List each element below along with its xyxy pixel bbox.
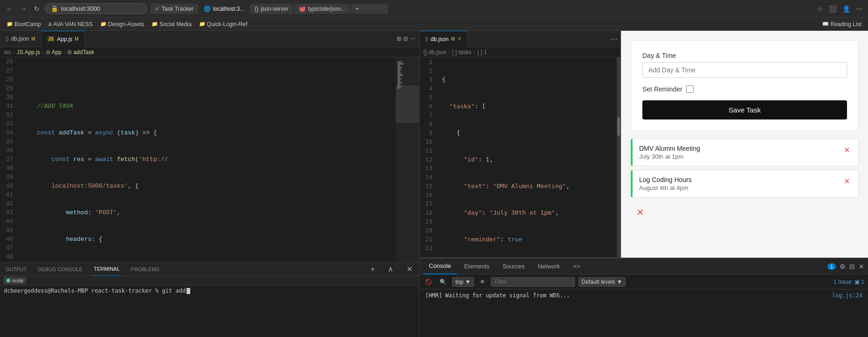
bookmark-icon: 📁	[199, 21, 206, 27]
code-line: method: 'POST',	[22, 208, 392, 217]
dock-icon[interactable]: ⊟	[849, 263, 855, 270]
task-list: DMV Alumni Meeting July 30th at 1pm ✕ Lo…	[631, 139, 859, 224]
code-editor[interactable]: 2627282930 3132333435 3637383940 4142434…	[0, 57, 396, 262]
tab-close-button[interactable]: ✕	[457, 36, 462, 42]
json-line: {	[442, 128, 613, 137]
profile-icon[interactable]: 👤	[840, 4, 852, 14]
devtools-tab-network[interactable]: Network	[532, 259, 566, 274]
breadcrumb-db: {} db.json	[423, 49, 447, 56]
devtools-tabs: Console Elements Sources Network >> 1 ⚙	[420, 259, 868, 274]
devtools-tab-sources[interactable]: Sources	[497, 259, 530, 274]
tab-label: App.js	[57, 36, 72, 42]
task-delete-button[interactable]: ✕	[842, 176, 852, 187]
tab-debug[interactable]: DEBUG CONSOLE	[36, 263, 84, 276]
breadcrumb-addtask: ⊙ addTask	[67, 49, 94, 56]
devtools-tab-console[interactable]: Console	[423, 259, 457, 274]
browser-tab-json-server[interactable]: {} json-server	[250, 4, 293, 14]
close-terminal-button[interactable]: ✕	[404, 263, 415, 275]
url-bar[interactable]: 🔒 localhost:3000	[45, 3, 147, 14]
tab-terminal[interactable]: TERMINAL	[92, 263, 122, 276]
json-tab-active[interactable]: {} db.json M ✕	[420, 31, 468, 47]
filter-input[interactable]	[491, 277, 575, 287]
task-info: Log Coding Hours August 4th at 4pm	[639, 176, 838, 191]
save-task-button[interactable]: Save Task	[642, 100, 847, 119]
tab-label: >>	[573, 263, 580, 270]
browser-tab-localhost[interactable]: 🌐 localhost:3...	[199, 4, 249, 14]
json-scrollbar[interactable]	[617, 57, 620, 257]
json-line: "reminder": true	[442, 235, 613, 244]
breadcrumb-tasks: [ ] tasks	[452, 49, 471, 56]
code-line: headers: {	[22, 235, 392, 244]
console-badge: 1	[827, 263, 836, 270]
bookmark-social[interactable]: 📁 Social Media	[149, 20, 194, 28]
collapse-terminal-button[interactable]: ∧	[385, 263, 396, 275]
tab-output[interactable]: OUTPUT	[4, 263, 28, 276]
bookmark-design[interactable]: 📁 Design-Assets	[97, 20, 147, 28]
node-status-dot	[7, 279, 10, 282]
day-time-input[interactable]	[642, 62, 847, 78]
tab-problems[interactable]: PROBLEMS	[129, 263, 161, 276]
browser-tab-task-tracker[interactable]: ✓ Task Tracker	[150, 4, 198, 14]
task-title: DMV Alumni Meeting	[639, 145, 838, 152]
browser-tab-new[interactable]: +	[351, 4, 388, 14]
bookmark-bootcamp[interactable]: 📁 BootCamp	[4, 20, 44, 28]
settings-icon[interactable]: ⚙	[840, 263, 846, 270]
tab-label: Elements	[464, 263, 489, 270]
more-icon[interactable]: ⋯	[854, 4, 864, 14]
devtools-console: [HMR] Waiting for update signal from WDS…	[420, 289, 868, 337]
reminder-label: Set Reminder	[642, 85, 682, 93]
task-info: DMV Alumni Meeting July 30th at 1pm	[639, 145, 838, 160]
task-date: August 4th at 4pm	[639, 184, 838, 191]
json-code-content: { "tasks": [ { "id": 1, "text": "DMV Alu…	[438, 57, 617, 257]
node-badge: node	[4, 277, 26, 284]
breadcrumb: src › JS App.js › ⊙ App › ⊙ addTask	[0, 47, 419, 57]
bookmark-readinglist[interactable]: 📖 Reading List	[820, 20, 864, 28]
devtools: Console Elements Sources Network >> 1 ⚙	[420, 258, 868, 337]
task-delete-standalone-button[interactable]: ✕	[634, 205, 646, 220]
dropdown-chevron: ▼	[465, 279, 471, 285]
close-devtools-icon[interactable]: ✕	[859, 263, 864, 270]
json-line: "tasks": [	[442, 102, 613, 111]
code-content: //ADD TASK const addTask = async (task) …	[19, 57, 396, 262]
nav-forward-button[interactable]: →	[18, 3, 29, 14]
clear-console-button[interactable]: 🚫	[423, 278, 434, 286]
default-levels-dropdown[interactable]: Default levels ▼	[579, 277, 626, 287]
task-title: Log Coding Hours	[639, 176, 838, 183]
more-actions-button[interactable]: ⋯	[607, 33, 620, 45]
star-icon[interactable]: ☆	[815, 4, 825, 14]
devtools-tab-more[interactable]: >>	[567, 259, 586, 274]
json-code-area[interactable]: 12345 678910 1112131415 1617181920 2122 …	[420, 57, 620, 257]
modified-indicator: M	[451, 36, 455, 42]
bookmark-quicklogin[interactable]: 📁 Quick-Login-Ref	[196, 20, 250, 28]
tab-label: typicode/json...	[308, 6, 345, 12]
split-editor-icon[interactable]: ⊞	[397, 35, 401, 42]
add-terminal-button[interactable]: +	[368, 263, 378, 275]
json-file-icon: {}	[6, 36, 9, 42]
bookmark-icon: 📁	[100, 21, 107, 27]
extensions-icon[interactable]: ⬛	[827, 4, 839, 14]
nav-refresh-button[interactable]: ↻	[32, 3, 42, 14]
devtools-tab-elements[interactable]: Elements	[459, 259, 495, 274]
editor-tab-db-json-1[interactable]: {} db.json M	[0, 31, 41, 47]
task-delete-button[interactable]: ✕	[842, 145, 852, 155]
devtools-icons: 1 ⚙ ⊟ ✕	[827, 263, 864, 270]
filter-icon-button[interactable]: 🔍	[438, 278, 448, 286]
bookmark-ava[interactable]: A AVA VAN NESS	[46, 20, 96, 28]
tab-favicon: 🌐	[204, 6, 211, 12]
more-actions-icon[interactable]: ⋯	[410, 35, 415, 42]
editor-tab-app-js[interactable]: JS App.js M	[41, 31, 85, 47]
layout-icon[interactable]: ⊟	[403, 35, 408, 42]
tab-favicon: 🐙	[299, 6, 306, 12]
breadcrumb-sep: ›	[42, 49, 44, 56]
top-dropdown[interactable]: top ▼	[452, 277, 474, 287]
modified-indicator: M	[75, 36, 78, 42]
nav-back-button[interactable]: ←	[4, 3, 15, 14]
console-source: log.js:24	[832, 292, 862, 299]
terminal-output[interactable]: dcbeergoddess@Rachels-MBP react-task-tra…	[0, 286, 419, 337]
json-editor-tabs: {} db.json M ✕ ⋯	[420, 31, 620, 47]
reminder-checkbox[interactable]	[686, 85, 694, 93]
tab-label: localhost:3...	[213, 6, 244, 12]
browser-tab-typicode[interactable]: 🐙 typicode/json...	[294, 4, 350, 14]
json-line: "id": 1,	[442, 155, 613, 164]
eye-icon-button[interactable]: 👁	[478, 278, 487, 286]
